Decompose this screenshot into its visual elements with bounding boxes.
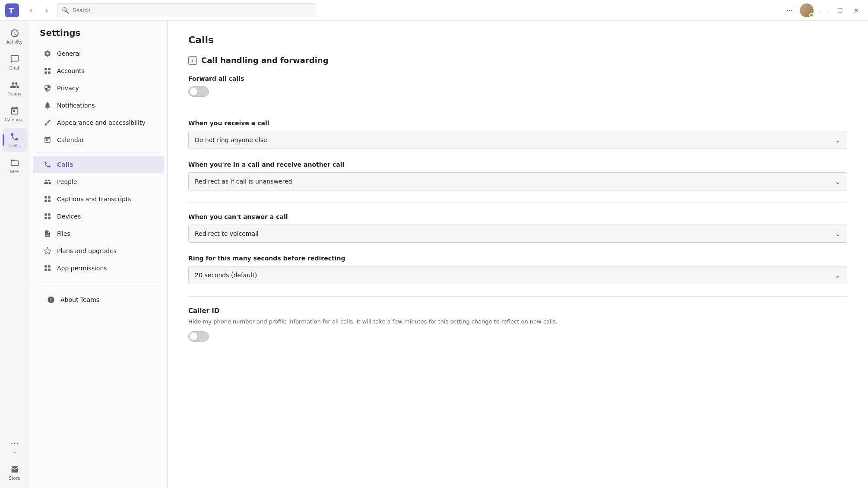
svg-rect-11 — [44, 200, 47, 202]
calls-icon — [10, 132, 20, 142]
settings-nav-calls[interactable]: Calls — [33, 156, 164, 173]
divider-1 — [188, 109, 847, 109]
svg-text:T: T — [9, 6, 14, 15]
settings-nav-calendar[interactable]: Calendar — [33, 131, 164, 149]
ring-seconds-dropdown[interactable]: 20 seconds (default) ⌄ — [188, 266, 847, 284]
section-collapse-button[interactable]: ‹ — [188, 56, 197, 65]
cant-answer-value: Redirect to voicemail — [195, 230, 259, 237]
svg-rect-17 — [44, 265, 47, 267]
cant-answer-label: When you can't answer a call — [188, 213, 847, 220]
more-options-button[interactable]: ··· — [782, 3, 796, 17]
more-icon — [10, 438, 20, 449]
about-icon — [47, 295, 55, 304]
caller-id-toggle-container — [188, 331, 847, 342]
receive-call-value: Do not ring anyone else — [195, 136, 267, 143]
settings-nav-captions[interactable]: Captions and transcripts — [33, 190, 164, 208]
privacy-icon — [43, 84, 52, 92]
settings-nav-privacy[interactable]: Privacy — [33, 79, 164, 97]
caller-id-toggle[interactable] — [188, 331, 209, 342]
files-nav-label: Files — [57, 230, 70, 237]
caller-id-description: Hide my phone number and profile informa… — [188, 317, 847, 326]
sidebar-item-files[interactable]: Files — [3, 154, 27, 178]
forward-all-calls-toggle[interactable] — [188, 86, 209, 97]
calendar-label: Calendar — [5, 117, 24, 123]
permissions-icon — [43, 264, 52, 273]
search-bar[interactable]: 🔍 — [57, 3, 316, 17]
svg-point-4 — [17, 443, 18, 444]
nav-controls: ‹ › — [24, 3, 54, 17]
settings-nav-files[interactable]: Files — [33, 225, 164, 242]
sidebar-item-chat[interactable]: Chat — [3, 50, 27, 74]
section-title: Call handling and forwarding — [201, 56, 329, 65]
settings-nav-devices[interactable]: Devices — [33, 208, 164, 225]
about-label: About Teams — [60, 296, 99, 303]
maximize-button[interactable]: ☐ — [833, 4, 846, 17]
appearance-icon — [43, 118, 52, 127]
svg-rect-8 — [48, 72, 51, 74]
plans-icon — [43, 247, 52, 255]
devices-icon — [43, 212, 52, 221]
accounts-label: Accounts — [57, 67, 85, 74]
svg-rect-18 — [48, 265, 51, 267]
settings-nav-plans[interactable]: Plans and upgrades — [33, 242, 164, 260]
privacy-label: Privacy — [57, 85, 79, 92]
captions-icon — [43, 195, 52, 203]
forward-all-calls-group: Forward all calls — [188, 75, 847, 97]
svg-rect-20 — [48, 269, 51, 271]
title-bar-actions: ··· — ☐ ✕ — [782, 3, 863, 17]
close-button[interactable]: ✕ — [850, 4, 863, 17]
settings-nav-permissions[interactable]: App permissions — [33, 260, 164, 277]
receive-call-label: When you receive a call — [188, 120, 847, 127]
calls-nav-label: Calls — [57, 161, 73, 168]
caller-id-label: Caller ID — [188, 307, 847, 315]
forward-button[interactable]: › — [40, 3, 54, 17]
svg-rect-10 — [48, 196, 51, 198]
cant-answer-arrow-icon: ⌄ — [835, 230, 841, 238]
nav-divider — [36, 152, 160, 152]
teams-label: Teams — [8, 92, 22, 97]
calendar-icon — [10, 106, 20, 116]
accounts-icon — [43, 67, 52, 75]
people-nav-icon — [43, 177, 52, 186]
calendar-nav-icon — [43, 136, 52, 144]
appearance-label: Appearance and accessibility — [57, 119, 146, 126]
settings-nav-notifications[interactable]: Notifications — [33, 97, 164, 114]
sidebar-item-calls[interactable]: Calls — [3, 128, 27, 152]
avatar[interactable] — [800, 3, 814, 17]
in-call-dropdown[interactable]: Redirect as if call is unanswered ⌄ — [188, 172, 847, 190]
activity-label: Activity — [6, 40, 22, 45]
in-call-value: Redirect as if call is unanswered — [195, 178, 292, 185]
files-icon — [10, 158, 20, 168]
ring-seconds-group: Ring for this many seconds before redire… — [188, 255, 847, 284]
forward-all-calls-label: Forward all calls — [188, 75, 847, 82]
chat-label: Chat — [10, 66, 19, 71]
caller-id-section: Caller ID Hide my phone number and profi… — [188, 307, 847, 342]
captions-label: Captions and transcripts — [57, 196, 131, 203]
settings-nav-general[interactable]: General — [33, 45, 164, 62]
sidebar-item-activity[interactable]: Activity — [3, 24, 27, 48]
people-label: People — [57, 178, 77, 185]
teams-icon — [10, 80, 20, 90]
forward-all-calls-toggle-container — [188, 86, 847, 97]
divider-3 — [188, 296, 847, 297]
svg-point-2 — [11, 443, 13, 444]
settings-nav-people[interactable]: People — [33, 173, 164, 190]
settings-nav-appearance[interactable]: Appearance and accessibility — [33, 114, 164, 131]
settings-nav-about[interactable]: About Teams — [36, 291, 160, 308]
in-call-group: When you're in a call and receive anothe… — [188, 161, 847, 190]
receive-call-dropdown[interactable]: Do not ring anyone else ⌄ — [188, 131, 847, 149]
back-button[interactable]: ‹ — [24, 3, 38, 17]
in-call-label: When you're in a call and receive anothe… — [188, 161, 847, 168]
calls-nav-icon — [43, 160, 52, 169]
permissions-label: App permissions — [57, 265, 107, 272]
sidebar-item-more[interactable]: ··· — [3, 434, 27, 459]
minimize-button[interactable]: — — [817, 4, 830, 17]
sidebar-item-teams[interactable]: Teams — [3, 76, 27, 100]
sidebar-item-calendar[interactable]: Calendar — [3, 102, 27, 126]
receive-call-arrow-icon: ⌄ — [835, 136, 841, 144]
sidebar-item-store[interactable]: Store — [3, 460, 27, 485]
search-input[interactable] — [73, 7, 311, 13]
settings-nav-accounts[interactable]: Accounts — [33, 62, 164, 79]
svg-rect-15 — [44, 217, 47, 219]
cant-answer-dropdown[interactable]: Redirect to voicemail ⌄ — [188, 225, 847, 243]
